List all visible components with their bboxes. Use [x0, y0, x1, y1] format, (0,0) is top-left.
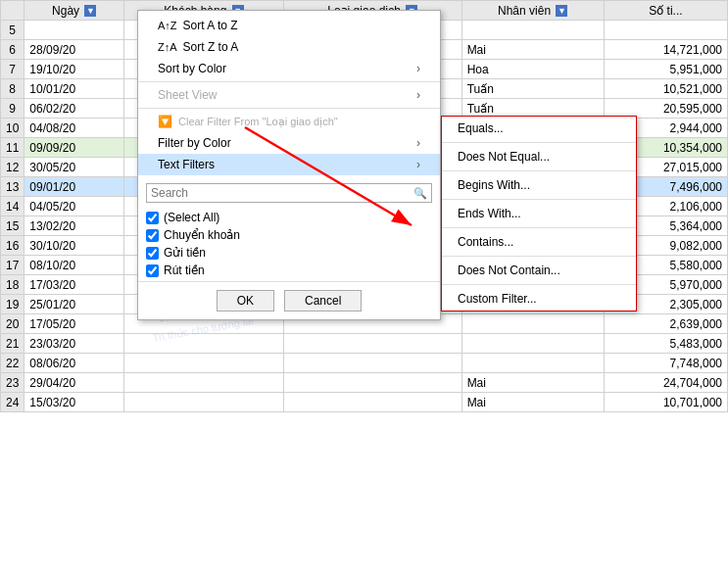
sort-az-icon: A↑Z — [158, 20, 177, 31]
ok-button[interactable]: OK — [217, 290, 274, 311]
row-number-header — [1, 1, 24, 21]
col-header-so-tien[interactable]: Số ti... — [604, 1, 727, 21]
table-cell: 28/09/20 — [24, 40, 124, 60]
sep-sub6 — [442, 284, 636, 285]
sheet-view-item[interactable]: Sheet View › — [138, 84, 440, 106]
table-cell — [283, 334, 461, 354]
sep-sub1 — [442, 142, 636, 143]
checkbox-rut-tien[interactable]: Rút tiền — [146, 262, 432, 279]
does-not-contain-item[interactable]: Does Not Contain... — [442, 259, 636, 282]
table-cell — [124, 373, 284, 393]
table-cell: 24 — [1, 393, 24, 412]
table-cell — [124, 354, 284, 373]
checkbox-chuyen-khoan[interactable]: Chuyển khoản — [146, 226, 432, 244]
table-cell: Hoa — [461, 60, 604, 79]
table-cell: 08/10/20 — [24, 256, 124, 275]
table-cell — [283, 373, 461, 393]
filter-dropdown[interactable]: A↑Z Sort A to Z Z↑A Sort Z to A Sort by … — [137, 10, 441, 320]
sep1 — [138, 81, 440, 82]
filter-btn-ngay[interactable]: ▼ — [84, 5, 96, 17]
table-cell: 5,483,000 — [604, 334, 727, 354]
sep-sub3 — [442, 199, 636, 200]
filter-color-arrow: › — [416, 136, 420, 150]
table-cell: 7,748,000 — [604, 354, 727, 373]
table-cell — [604, 21, 727, 40]
checkbox-gui-tien[interactable]: Gửi tiền — [146, 244, 432, 262]
filter-checkboxes: (Select All) Chuyển khoản Gửi tiền Rút t… — [138, 207, 440, 281]
table-row: 2415/03/20Mai10,701,000 — [1, 393, 728, 412]
checkbox-rut-tien-input[interactable] — [146, 264, 159, 277]
sort-by-color-item[interactable]: Sort by Color › — [138, 58, 440, 79]
table-cell — [461, 21, 604, 40]
table-cell: 15 — [1, 216, 24, 236]
checkbox-gui-tien-input[interactable] — [146, 247, 159, 260]
table-cell: 17/03/20 — [24, 275, 124, 295]
table-cell — [461, 314, 604, 334]
sep2 — [138, 108, 440, 109]
sep-sub4 — [442, 227, 636, 228]
table-cell: Mai — [461, 393, 604, 412]
equals-item[interactable]: Equals... — [442, 117, 636, 140]
table-cell: 13/02/20 — [24, 216, 124, 236]
ends-with-item[interactable]: Ends With... — [442, 202, 636, 225]
table-cell: 2,639,000 — [604, 314, 727, 334]
table-cell: 04/08/20 — [24, 119, 124, 138]
table-cell: 23/03/20 — [24, 334, 124, 354]
table-cell: 29/04/20 — [24, 373, 124, 393]
custom-filter-item[interactable]: Custom Filter... — [442, 287, 636, 311]
table-cell: 12 — [1, 158, 24, 177]
sep-sub5 — [442, 256, 636, 257]
sort-za-icon: Z↑A — [158, 41, 177, 53]
clear-filter-item[interactable]: 🔽 Clear Filter From "Loại giao dịch" — [138, 111, 440, 132]
table-cell: 9 — [1, 99, 24, 119]
table-cell: 10,701,000 — [604, 393, 727, 412]
search-icon: 🔍 — [413, 187, 427, 200]
text-filters-submenu[interactable]: Equals... Does Not Equal... Begins With.… — [441, 116, 637, 311]
table-cell: 10/01/20 — [24, 79, 124, 99]
search-input[interactable] — [151, 186, 413, 200]
filter-search-box[interactable]: 🔍 — [146, 183, 432, 203]
filter-by-color-item[interactable]: Filter by Color › — [138, 132, 440, 154]
sort-za-item[interactable]: Z↑A Sort Z to A — [138, 36, 440, 58]
table-cell — [283, 393, 461, 412]
does-not-equal-item[interactable]: Does Not Equal... — [442, 145, 636, 168]
col-header-nhan-vien[interactable]: Nhân viên ▼ — [461, 1, 604, 21]
begins-with-item[interactable]: Begins With... — [442, 173, 636, 197]
table-cell: Mai — [461, 373, 604, 393]
table-cell: 7 — [1, 60, 24, 79]
table-cell — [461, 334, 604, 354]
table-cell: 18 — [1, 275, 24, 295]
table-cell: Mai — [461, 40, 604, 60]
table-cell: 20 — [1, 314, 24, 334]
table-cell: Tuấn — [461, 79, 604, 99]
table-cell: 10,521,000 — [604, 79, 727, 99]
table-cell: 14 — [1, 197, 24, 216]
table-cell: 10 — [1, 119, 24, 138]
sort-az-item[interactable]: A↑Z Sort A to Z — [138, 15, 440, 36]
table-cell: 5,951,000 — [604, 60, 727, 79]
table-cell: 04/05/20 — [24, 197, 124, 216]
checkbox-chuyen-khoan-input[interactable] — [146, 229, 159, 242]
table-cell: 25/01/20 — [24, 295, 124, 314]
filter-buttons: OK Cancel — [138, 281, 440, 319]
filter-btn-nhan-vien[interactable]: ▼ — [556, 5, 567, 17]
table-cell: 24,704,000 — [604, 373, 727, 393]
text-filters-item[interactable]: Text Filters › — [138, 154, 440, 175]
table-cell: 23 — [1, 373, 24, 393]
text-filters-arrow: › — [416, 158, 420, 171]
table-cell: 8 — [1, 79, 24, 99]
table-row: 2329/04/20Mai24,704,000 — [1, 373, 728, 393]
sep-sub2 — [442, 170, 636, 171]
checkbox-select-all[interactable]: (Select All) — [146, 209, 432, 226]
table-cell: 30/05/20 — [24, 158, 124, 177]
sheet-view-arrow: › — [416, 88, 420, 102]
contains-item[interactable]: Contains... — [442, 230, 636, 254]
table-cell — [461, 354, 604, 373]
table-cell — [124, 393, 284, 412]
checkbox-select-all-input[interactable] — [146, 212, 159, 224]
table-cell: 13 — [1, 177, 24, 197]
table-cell: 15/03/20 — [24, 393, 124, 412]
cancel-button[interactable]: Cancel — [284, 290, 362, 311]
col-header-ngay[interactable]: Ngày ▼ — [24, 1, 124, 21]
table-cell: 21 — [1, 334, 24, 354]
